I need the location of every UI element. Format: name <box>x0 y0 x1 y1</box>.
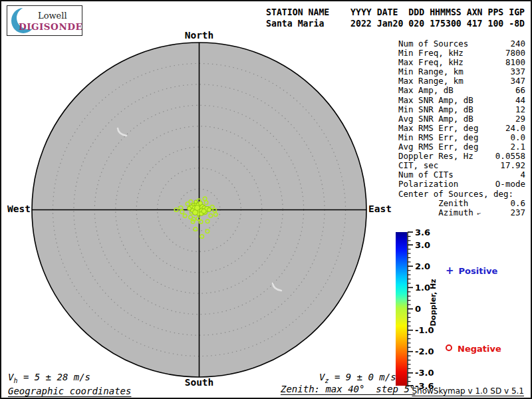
legend-positive: +Positive <box>446 265 497 277</box>
negative-marker-icon <box>446 344 452 351</box>
stat-value: 240 <box>510 39 525 49</box>
stat-label: Max Range, km <box>398 76 464 86</box>
stat-value: O-mode <box>495 180 525 189</box>
stat-value: 29 <box>515 114 525 124</box>
azimuth-direction-arrow-icon: ← <box>475 208 482 218</box>
legend-negative-label: Negative <box>458 344 501 354</box>
compass-label-west: West <box>5 203 31 214</box>
stat-row: Max RMS Err, deg24.0 <box>398 124 525 133</box>
stat-value: 12 <box>515 105 525 114</box>
stat-row: Min Freq, kHz7800 <box>398 49 525 58</box>
stat-label: Min RMS Err, deg <box>398 133 478 142</box>
stat-value: 2.1 <box>510 142 525 152</box>
stat-row: Max Amp, dB66 <box>398 86 525 95</box>
vertical-velocity-readout: Vz = 9 ± 0 m/s <box>319 372 396 384</box>
stat-value: 8100 <box>505 58 525 67</box>
logo-text-digisonde: DIGISONDE <box>19 21 82 32</box>
compass-label-south: South <box>179 377 219 388</box>
stat-row: Min RMS Err, deg0.0 <box>398 133 525 142</box>
stat-row: Min SNR Amp, dB12 <box>398 105 525 114</box>
coordinate-system-label: Geographic coordinates <box>8 386 131 396</box>
stat-value: 337 <box>510 67 525 76</box>
stat-label: Min SNR Amp, dB <box>398 105 473 114</box>
stat-value: 0.0558 <box>495 152 525 161</box>
source-point-filled <box>194 200 198 203</box>
stat-label: Azimuth← <box>398 208 481 218</box>
stat-label: Avg SNR Amp, dB <box>398 114 473 124</box>
compass-label-north: North <box>179 30 219 41</box>
stat-label: Avg RMS Err, deg <box>398 142 478 152</box>
logo-text-lowell: Lowell <box>38 11 67 21</box>
doppler-colorbar <box>396 232 407 386</box>
stat-value: 0.0 <box>510 133 525 142</box>
source-point-filled <box>207 208 211 212</box>
stat-row: Avg RMS Err, deg2.1 <box>398 142 525 152</box>
header-column-titles: STATION NAME YYYY DATE DDD HHMMSS AXN PP… <box>266 7 525 18</box>
compass-label-east: East <box>368 203 392 214</box>
colorbar-tick-label: 2.0 <box>415 261 430 271</box>
version-label: ShowSkymap v 1.0 SD v 5.1 <box>412 386 524 396</box>
stat-value: 17.92 <box>500 161 525 170</box>
stat-row: Doppler Res, Hz0.0558 <box>398 152 525 161</box>
stat-row: Max SNR Amp, dB44 <box>398 96 525 105</box>
stat-value: 4 <box>520 170 525 180</box>
source-point-filled <box>187 206 191 210</box>
stat-label: Num of CITs <box>398 170 454 180</box>
stat-value: 44 <box>515 96 525 105</box>
colorbar-tick-label: -2.0 <box>415 346 434 356</box>
stat-row: Min Range, km337 <box>398 67 525 76</box>
lowell-digisonde-logo: Lowell DIGISONDE <box>7 5 82 36</box>
stat-label: Max Amp, dB <box>398 86 454 95</box>
source-point-filled <box>195 205 200 211</box>
stat-label: Max SNR Amp, dB <box>398 96 473 105</box>
positive-marker-icon: + <box>446 265 454 277</box>
colorbar-axis-label: Doppler, Hz <box>429 279 438 326</box>
stat-label: Max Freq, kHz <box>398 58 464 67</box>
colorbar-tick-label: -3.0 <box>415 368 434 378</box>
legend-positive-label: Positive <box>459 266 498 276</box>
stat-row: Num of CITs4 <box>398 170 525 180</box>
colorbar-tick-label: -1.0 <box>415 325 434 335</box>
horizontal-velocity-readout: Vh = 5 ± 28 m/s <box>8 372 90 384</box>
stat-value: 237 <box>510 208 525 218</box>
stat-row: Max Freq, kHz8100 <box>398 58 525 67</box>
colorbar-tick-label: 3.0 <box>415 240 430 250</box>
colorbar-tick-label: 3.6 <box>415 229 430 237</box>
measurement-stats-panel: Num of Sources240Min Freq, kHz7800Max Fr… <box>398 39 525 218</box>
stat-row: Azimuth←237 <box>398 208 525 218</box>
stat-row: PolarizationO-mode <box>398 180 525 189</box>
source-point-filled <box>201 209 206 213</box>
source-point-filled <box>198 201 202 205</box>
stat-row: CIT, sec17.92 <box>398 161 525 170</box>
stat-label: Center of Sources, deg: <box>398 190 513 199</box>
stat-value: 347 <box>510 76 525 86</box>
showskymap-window: Lowell DIGISONDE STATION NAME YYYY DATE … <box>0 0 532 399</box>
stat-value: 0.6 <box>510 199 525 208</box>
stat-label: Min Freq, kHz <box>398 49 464 58</box>
stat-row: Avg SNR Amp, dB29 <box>398 114 525 124</box>
stat-row: Num of Sources240 <box>398 39 525 49</box>
stat-row: Center of Sources, deg: <box>398 190 525 199</box>
stat-value: 24.0 <box>505 124 525 133</box>
stat-label: Num of Sources <box>398 39 468 49</box>
stat-label: Doppler Res, Hz <box>398 152 473 161</box>
header-station-values: Santa Maria 2022 Jan20 020 175300 417 10… <box>266 18 525 29</box>
stat-label: CIT, sec <box>398 161 438 170</box>
stat-label: Polarization <box>398 180 458 189</box>
stat-row: Zenith0.6 <box>398 199 525 208</box>
stat-value: 66 <box>515 86 525 95</box>
stat-row: Max Range, km347 <box>398 76 525 86</box>
stat-label: Max RMS Err, deg <box>398 124 478 133</box>
stat-label: Zenith <box>398 199 468 208</box>
zenith-range-label: Zenith: max 40° step 5° <box>281 384 415 394</box>
colorbar-tick-label: 0 <box>415 304 421 314</box>
stat-label: Min Range, km <box>398 67 464 76</box>
stat-value: 7800 <box>505 49 525 58</box>
legend-negative: Negative <box>446 344 501 354</box>
